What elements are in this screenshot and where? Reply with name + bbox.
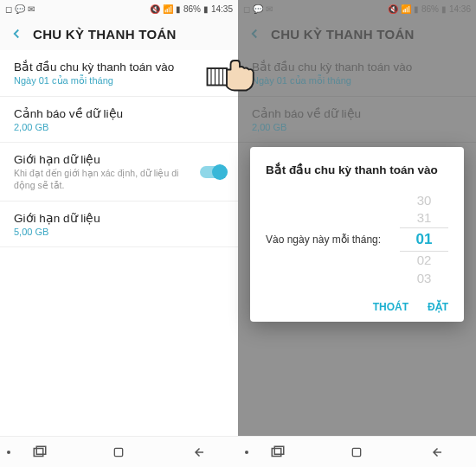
notif-icon: ◻ <box>5 4 12 14</box>
item-data-warning[interactable]: Cảnh báo về dữ liệu 2,00 GB <box>0 97 238 143</box>
item-title: Giới hạn dữ liệu <box>14 211 224 225</box>
back-icon[interactable] <box>9 26 24 42</box>
item-billing-start[interactable]: Bắt đầu chu kỳ thanh toán vào Ngày 01 củ… <box>0 50 238 97</box>
item-title: Bắt đầu chu kỳ thanh toán vào <box>252 60 462 74</box>
battery-text: 86% <box>183 4 201 14</box>
msg-icon: ✉ <box>28 4 35 14</box>
item-sub: Ngày 01 của mỗi tháng <box>252 75 462 86</box>
signal-icon: ▮ <box>414 4 419 14</box>
wheel-option: 02 <box>400 252 448 269</box>
header: CHU KỲ THANH TOÁN <box>0 17 238 50</box>
svg-rect-1 <box>36 446 46 454</box>
item-title: Cảnh báo về dữ liệu <box>252 106 462 120</box>
ok-button[interactable]: ĐẶT <box>428 301 448 313</box>
item-sub: 2,00 GB <box>252 122 462 132</box>
wifi-icon: 📶 <box>163 4 173 14</box>
back-icon[interactable] <box>247 26 262 42</box>
notif-icon: ◻ <box>243 4 250 14</box>
item-desc: Khi đạt đến giới hạn xác định, dữ liệu d… <box>14 168 224 191</box>
toggle-switch-on[interactable] <box>200 166 226 178</box>
home-button[interactable] <box>101 440 136 464</box>
item-data-limit-toggle[interactable]: Giới hạn dữ liệu Khi đạt đến giới hạn xá… <box>0 143 238 202</box>
back-button[interactable] <box>419 440 453 464</box>
page-title: CHU KỲ THANH TOÁN <box>33 27 177 42</box>
wheel-option: 31 <box>400 209 448 227</box>
battery-icon: ▮ <box>441 4 447 14</box>
battery-icon: ▮ <box>203 4 209 14</box>
billing-day-dialog: Bắt đầu chu kỳ thanh toán vào Vào ngày n… <box>250 147 464 322</box>
item-data-warning: Cảnh báo về dữ liệu 2,00 GB <box>238 97 476 143</box>
nav-bar <box>238 436 476 467</box>
nav-dot <box>7 451 10 454</box>
item-title: Bắt đầu chu kỳ thanh toán vào <box>14 60 224 74</box>
cancel-button[interactable]: THOÁT <box>373 301 408 313</box>
svg-rect-3 <box>272 448 281 456</box>
header: CHU KỲ THANH TOÁN <box>238 17 476 50</box>
svg-rect-4 <box>274 446 284 454</box>
status-bar: ◻ 💬 ✉ 🔇 📶 ▮ 86% ▮ 14:36 <box>238 0 476 17</box>
home-button[interactable] <box>339 440 374 464</box>
settings-list: Bắt đầu chu kỳ thanh toán vào Ngày 01 củ… <box>0 50 238 436</box>
wheel-selected: 01 <box>400 227 448 253</box>
dialog-title: Bắt đầu chu kỳ thanh toán vào <box>266 163 448 176</box>
svg-rect-5 <box>353 448 361 456</box>
wifi-icon: 📶 <box>401 4 411 14</box>
day-picker-wheel[interactable]: 30 31 01 02 03 <box>400 192 448 287</box>
dialog-label: Vào ngày này mỗi tháng: <box>266 233 391 247</box>
clock: 14:35 <box>211 4 233 14</box>
msg-icon: ✉ <box>266 4 273 14</box>
item-sub: 2,00 GB <box>14 122 224 132</box>
wheel-option: 03 <box>400 270 448 287</box>
chat-icon: 💬 <box>253 4 263 14</box>
nav-dot <box>245 451 248 454</box>
screen-right: ◻ 💬 ✉ 🔇 📶 ▮ 86% ▮ 14:36 CHU KỲ THANH TOÁ… <box>238 0 476 467</box>
item-title: Giới hạn dữ liệu <box>14 152 224 166</box>
svg-rect-6 <box>208 68 228 86</box>
status-bar: ◻ 💬 ✉ 🔇 📶 ▮ 86% ▮ 14:35 <box>0 0 238 17</box>
nav-bar <box>0 436 238 467</box>
wheel-option: 30 <box>400 192 448 209</box>
page-title: CHU KỲ THANH TOÁN <box>271 27 415 42</box>
battery-text: 86% <box>421 4 439 14</box>
item-title: Cảnh báo về dữ liệu <box>14 106 224 120</box>
pointing-hand-icon <box>203 50 268 97</box>
item-sub: Ngày 01 của mỗi tháng <box>14 75 224 86</box>
clock: 14:36 <box>449 4 471 14</box>
screen-left: ◻ 💬 ✉ 🔇 📶 ▮ 86% ▮ 14:35 CHU KỲ THANH TOÁ… <box>0 0 238 467</box>
chat-icon: 💬 <box>15 4 25 14</box>
recents-button[interactable] <box>23 440 57 464</box>
item-sub: 5,00 GB <box>14 227 224 237</box>
item-data-limit-value[interactable]: Giới hạn dữ liệu 5,00 GB <box>0 202 238 247</box>
mute-icon: 🔇 <box>150 4 160 14</box>
signal-icon: ▮ <box>176 4 181 14</box>
mute-icon: 🔇 <box>388 4 398 14</box>
svg-rect-2 <box>115 448 123 456</box>
recents-button[interactable] <box>261 440 295 464</box>
svg-rect-0 <box>34 448 43 456</box>
item-billing-start: Bắt đầu chu kỳ thanh toán vào Ngày 01 củ… <box>238 50 476 97</box>
back-button[interactable] <box>181 440 215 464</box>
